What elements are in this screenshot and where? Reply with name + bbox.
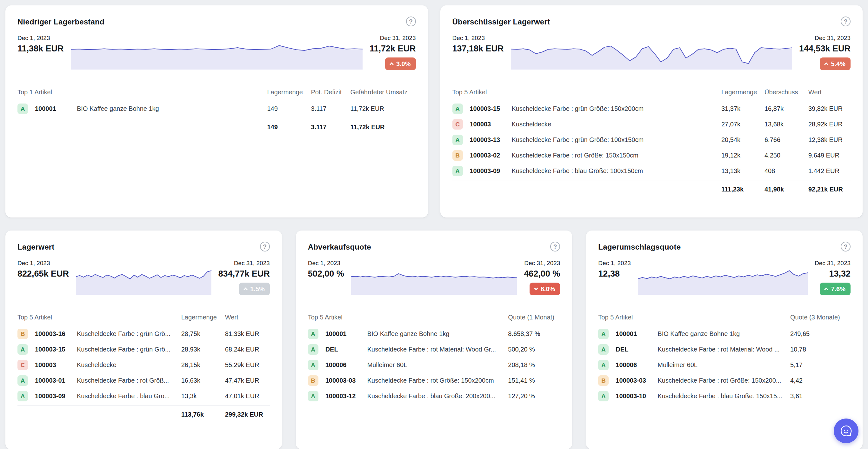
value-cell: 8.658,37 %: [508, 330, 560, 337]
trend-section: Dec 1, 2023 12,38 Dec 31, 2023 13,32 7.6…: [598, 260, 850, 295]
abc-class-badge: A: [598, 344, 609, 355]
abc-class-badge: B: [598, 375, 609, 386]
chat-widget-button[interactable]: [834, 419, 859, 443]
article-sku: 100003-13: [470, 136, 507, 144]
value-cell: 249,65: [790, 330, 850, 337]
table-row[interactable]: A100003-13Kuscheldecke Farbe : grün Größ…: [453, 132, 851, 148]
abc-class-badge: A: [453, 134, 463, 145]
value-cell: 4,42: [790, 377, 850, 384]
article-cell: A100003-10Kuscheldecke Farbe : blau Größ…: [598, 391, 790, 401]
value-cell: 9.649 EUR: [808, 152, 850, 159]
column-header: Überschuss: [765, 89, 808, 96]
article-cell: B100003-16Kuscheldecke Farbe : grün Grö.…: [18, 329, 181, 339]
end-value: 144,53k EUR: [799, 44, 850, 54]
article-name: Mülleimer 60L: [657, 361, 698, 369]
end-value: 11,72k EUR: [370, 44, 416, 54]
trend-section: Dec 1, 2023 11,38k EUR Dec 31, 2023 11,7…: [18, 35, 416, 70]
help-icon[interactable]: ?: [841, 17, 850, 26]
article-sku: 100001: [326, 330, 363, 337]
help-icon[interactable]: ?: [406, 17, 416, 26]
abc-class-badge: A: [308, 344, 318, 355]
abc-class-badge: A: [308, 391, 318, 401]
table-row[interactable]: B100003-16Kuscheldecke Farbe : grün Grö.…: [18, 326, 270, 342]
start-value: 137,18k EUR: [453, 44, 504, 54]
change-value: 1.5%: [250, 286, 265, 293]
table-row[interactable]: A100003-15Kuscheldecke Farbe : grün Größ…: [453, 101, 851, 117]
article-sku: DEL: [616, 346, 653, 353]
article-cell: A100003-01Kuscheldecke Farbe : rot Größ.…: [18, 375, 181, 386]
articles-table: Top 1 ArtikelLagermengePot. DefizitGefäh…: [18, 89, 416, 136]
article-sku: 100006: [326, 361, 363, 369]
table-row[interactable]: ADELKuscheldecke Farbe : rot Material: W…: [598, 342, 850, 357]
card-title: Niedriger Lagerbestand: [18, 18, 104, 26]
abc-class-badge: B: [18, 329, 28, 339]
sparkline-chart[interactable]: [76, 267, 211, 295]
chevron-icon: [825, 288, 829, 292]
table-totals-row: 1493.11711,72k EUR: [18, 118, 416, 136]
sparkline-chart[interactable]: [511, 42, 792, 69]
start-date: Dec 1, 2023: [18, 35, 50, 41]
value-cell: 39,82k EUR: [808, 105, 850, 112]
sparkline-chart[interactable]: [351, 267, 517, 295]
start-value: 11,38k EUR: [18, 44, 64, 54]
table-header-row: Top 5 ArtikelQuote (3 Monate): [598, 314, 850, 326]
column-header: Quote (3 Monate): [790, 314, 850, 321]
article-sku: 100003-01: [35, 377, 72, 384]
change-badge: 3.0%: [385, 58, 416, 70]
end-value: 13,32: [829, 269, 850, 279]
table-row[interactable]: A100001BIO Kaffee ganze Bohne 1kg8.658,3…: [308, 326, 560, 342]
abc-class-badge: A: [18, 344, 28, 355]
help-icon[interactable]: ?: [841, 242, 850, 251]
table-row[interactable]: B100003-03Kuscheldecke Farbe : rot Größe…: [308, 373, 560, 388]
column-header: Lagermenge: [721, 89, 765, 96]
value-cell: 13,3k: [181, 392, 225, 400]
article-sku: 100001: [35, 105, 72, 112]
help-icon[interactable]: ?: [550, 242, 560, 251]
article-name: BIO Kaffee ganze Bohne 1kg: [367, 330, 450, 337]
table-header-row: Top 5 ArtikelQuote (1 Monat): [308, 314, 560, 326]
article-sku: 100003: [470, 121, 507, 128]
sparkline-chart[interactable]: [638, 267, 808, 295]
table-row[interactable]: A100003-09Kuscheldecke Farbe : blau Grö.…: [18, 388, 270, 404]
value-cell: 149: [267, 105, 311, 112]
article-sku: 100003-02: [470, 152, 507, 159]
value-cell: 20,54k: [721, 136, 765, 144]
start-value: 822,65k EUR: [18, 269, 69, 279]
article-sku: 100003-12: [326, 392, 363, 400]
table-row[interactable]: ADELKuscheldecke Farbe : rot Material: W…: [308, 342, 560, 357]
value-cell: 26,15k: [181, 361, 225, 369]
table-row[interactable]: A100001BIO Kaffee ganze Bohne 1kg1493.11…: [18, 101, 416, 117]
end-date: Dec 31, 2023: [380, 35, 415, 41]
sparkline-chart[interactable]: [71, 42, 363, 69]
change-value: 5.4%: [831, 60, 845, 68]
chevron-icon: [244, 288, 248, 292]
table-row[interactable]: C100003Kuscheldecke27,07k13,68k28,92k EU…: [453, 117, 851, 132]
table-row[interactable]: A100003-15Kuscheldecke Farbe : grün Grö.…: [18, 342, 270, 357]
article-cell: A100001BIO Kaffee ganze Bohne 1kg: [308, 329, 508, 339]
table-row[interactable]: A100006Mülleimer 60L5,17: [598, 357, 850, 373]
table-row[interactable]: A100003-01Kuscheldecke Farbe : rot Größ.…: [18, 373, 270, 388]
value-cell: 5,17: [790, 361, 850, 369]
table-header-row: Top 1 ArtikelLagermengePot. DefizitGefäh…: [18, 89, 416, 101]
articles-table: Top 5 ArtikelLagermengeWertB100003-16Kus…: [18, 314, 270, 424]
table-row[interactable]: A100006Mülleimer 60L208,18 %: [308, 357, 560, 373]
abc-class-badge: A: [453, 166, 463, 176]
value-cell: 68,24k EUR: [225, 346, 270, 353]
change-value: 3.0%: [396, 60, 411, 68]
article-cell: A100006Mülleimer 60L: [308, 360, 508, 370]
article-sku: 100006: [616, 361, 653, 369]
help-icon[interactable]: ?: [260, 242, 270, 251]
table-row[interactable]: B100003-03Kuscheldecke Farbe : rot Größe…: [598, 373, 850, 388]
table-row[interactable]: C100003Kuscheldecke26,15k55,29k EUR: [18, 357, 270, 373]
value-cell: 16,63k: [181, 377, 225, 384]
table-row[interactable]: A100003-10Kuscheldecke Farbe : blau Größ…: [598, 388, 850, 404]
table-row[interactable]: A100001BIO Kaffee ganze Bohne 1kg249,65: [598, 326, 850, 342]
table-row[interactable]: A100003-09Kuscheldecke Farbe : blau Größ…: [453, 163, 851, 179]
card-niedriger-lagerbestand: Niedriger Lagerbestand ? Dec 1, 2023 11,…: [5, 5, 428, 217]
article-cell: A100001BIO Kaffee ganze Bohne 1kg: [18, 103, 267, 114]
article-name: Kuscheldecke Farbe : grün Größe: 150x200…: [512, 105, 644, 112]
table-row[interactable]: B100003-02Kuscheldecke Farbe : rot Größe…: [453, 148, 851, 163]
column-header: Lagermenge: [267, 89, 311, 96]
table-row[interactable]: A100003-12Kuscheldecke Farbe : blau Größ…: [308, 388, 560, 404]
value-cell: 208,18 %: [508, 361, 560, 369]
